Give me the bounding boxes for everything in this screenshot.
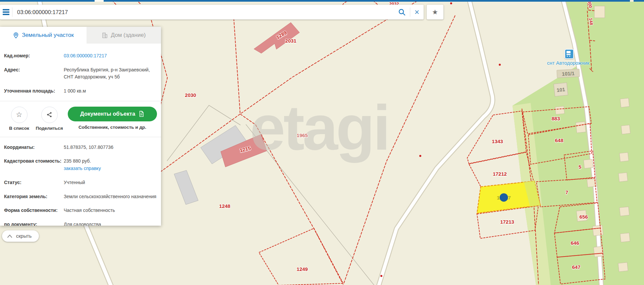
bus-stop-icon[interactable] <box>565 49 574 59</box>
parcel-label-648: 648 <box>555 137 563 143</box>
star-outline-icon: ☆ <box>16 111 22 119</box>
parcel-label-646: 646 <box>571 240 579 246</box>
parcel-label-17213: 17213 <box>500 219 514 225</box>
address-value: Республика Бурятия, р-н Заиграевский, СН… <box>64 66 157 81</box>
star-icon: ★ <box>432 8 438 16</box>
parcel-label-1249: 1249 <box>297 266 308 272</box>
cad-number-link[interactable]: 03:06:000000:17217 <box>64 52 157 60</box>
share-button[interactable]: Поделиться <box>34 107 64 131</box>
parcel-label-2030: 2030 <box>185 92 196 98</box>
parcel-label-17212: 17212 <box>493 171 507 177</box>
by-document-value: Для садоводства <box>64 221 157 226</box>
hide-label: скрыть <box>16 233 32 239</box>
coordinates-value: 51.878375, 107.807736 <box>64 144 157 151</box>
parcel-label-647: 647 <box>572 264 580 270</box>
favorites-button[interactable]: ★ <box>427 5 443 19</box>
clear-search-icon[interactable]: ✕ <box>414 8 420 16</box>
search-divider <box>410 7 410 17</box>
parcel-label-5: 5 <box>579 164 581 170</box>
documents-label: Документы объекта <box>80 111 135 117</box>
house-number-plaque: 101/1 <box>556 69 580 78</box>
location-pin-icon <box>13 32 19 39</box>
tab-label: Дом (здание) <box>111 32 146 39</box>
status-value: Учтенный <box>64 179 157 186</box>
documents-caption: Собственник, стоимость и др. <box>78 125 146 130</box>
search-icon[interactable] <box>398 8 406 16</box>
field-label-cadastral-cost: Кадастровая стоимость: <box>4 158 64 172</box>
parcel-label-1965: 1965 <box>297 132 308 138</box>
parcel-label-1343: 1343 <box>492 138 503 144</box>
field-label-cad-number: Кад.номер: <box>4 52 64 60</box>
tab-label: Земельный участок <box>22 32 74 39</box>
share-icon <box>46 112 52 118</box>
tab-land-parcel[interactable]: Земельный участок <box>0 27 87 44</box>
panel-divider <box>0 137 161 137</box>
field-label-address: Адрес: <box>4 66 64 81</box>
parcel-label-148: 148 <box>588 17 594 25</box>
station-label: снт Автодорожник <box>547 60 589 66</box>
object-documents-button[interactable]: Документы объекта <box>68 107 157 121</box>
ownership-value: Частная собственность <box>64 207 157 214</box>
red-point-markers <box>380 2 501 277</box>
area-value: 1 000 кв.м <box>64 88 157 95</box>
building-101: 101 <box>553 82 568 97</box>
etagi-watermark: etagi <box>250 101 388 155</box>
field-label-by-document: по документу: <box>4 221 64 226</box>
field-label-area: Уточненная площадь: <box>4 88 64 95</box>
cadastral-map-app: etagi 2032 1289 2031 2030 1965 1215 1248… <box>0 0 644 285</box>
add-to-list-button[interactable]: ☆ В список <box>4 107 34 131</box>
land-category-value: Земли сельскохозяйственного назначения <box>64 193 157 201</box>
field-label-coordinates: Координаты: <box>4 144 64 151</box>
hide-panel-button[interactable]: скрыть <box>2 230 39 242</box>
cadastral-cost-value: 235 880 руб. <box>64 158 91 164</box>
search-input[interactable] <box>16 9 398 16</box>
tab-house-building[interactable]: Дом (здание) <box>87 27 161 44</box>
share-label: Поделиться <box>36 126 63 131</box>
document-icon <box>138 111 145 117</box>
chevron-up-icon <box>7 235 12 238</box>
parcel-info-panel: Земельный участок Дом (здание) Кад.номер… <box>0 27 161 226</box>
parcel-label-883: 883 <box>551 116 560 121</box>
field-label-status: Статус: <box>4 179 64 186</box>
add-to-list-label: В список <box>9 126 29 131</box>
building-icon <box>102 32 108 39</box>
parcel-label-656: 656 <box>579 214 588 220</box>
parcel-label-1248: 1248 <box>219 203 230 209</box>
menu-icon[interactable] <box>3 8 9 16</box>
order-certificate-link[interactable]: заказать справку <box>64 165 157 172</box>
field-label-ownership: Форма собственности: <box>4 207 64 214</box>
parcel-label-2031: 2031 <box>285 38 296 44</box>
selected-parcel-dot[interactable] <box>500 193 508 202</box>
parcel-label-7: 7 <box>566 189 568 195</box>
top-accent-bar <box>0 0 644 2</box>
search-divider <box>12 7 12 17</box>
search-bar: ✕ <box>0 5 424 19</box>
field-label-land-category: Категория земель: <box>4 193 64 201</box>
